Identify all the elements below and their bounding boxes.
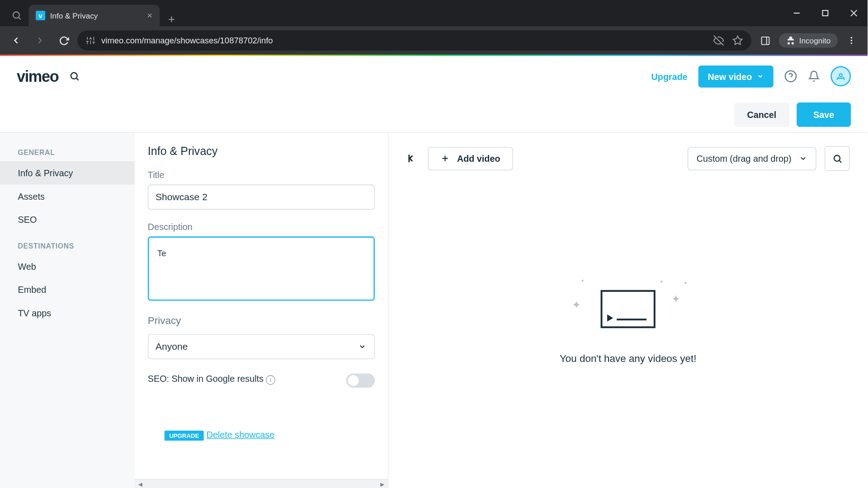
eye-off-icon[interactable] [713, 35, 724, 46]
empty-illustration: ✦ ✦ ✦ ✦ ✦ [580, 282, 676, 335]
browser-tab[interactable]: v Info & Privacy × [28, 5, 160, 26]
videos-pane: Add video Custom (drag and drop) ✦ ✦ ✦ ✦… [388, 133, 868, 488]
chevron-down-icon [757, 73, 764, 80]
tab-title: Info & Privacy [50, 11, 98, 20]
sidebar-item-assets[interactable]: Assets [0, 185, 135, 208]
sidebar-item-seo[interactable]: SEO [0, 208, 135, 231]
site-settings-icon[interactable] [86, 36, 95, 45]
back-button[interactable] [6, 30, 26, 51]
scroll-right-icon[interactable]: ► [379, 480, 385, 488]
svg-line-31 [839, 160, 841, 162]
sparkle-icon: ✦ [660, 279, 664, 284]
vimeo-logo[interactable]: vimeo [17, 67, 58, 85]
plus-icon [440, 154, 450, 163]
action-row: Cancel Save [0, 97, 868, 132]
sort-select[interactable]: Custom (drag and drop) [688, 147, 816, 170]
sidebar-item-embed[interactable]: Embed [0, 278, 135, 301]
sidebar-section-destinations: DESTINATIONS [0, 237, 135, 255]
svg-marker-16 [733, 36, 742, 45]
save-button[interactable]: Save [797, 102, 851, 127]
title-label: Title [148, 170, 375, 180]
maximize-icon[interactable] [811, 0, 839, 26]
info-icon[interactable]: i [266, 375, 275, 385]
upgrade-link[interactable]: Upgrade [651, 71, 688, 81]
side-panel-icon[interactable] [755, 30, 775, 51]
minimize-icon[interactable] [783, 0, 811, 26]
sidebar-item-tv-apps[interactable]: TV apps [0, 301, 135, 324]
chevron-down-icon [799, 154, 807, 162]
close-window-icon[interactable] [840, 0, 868, 26]
close-tab-icon[interactable]: × [147, 10, 152, 21]
new-tab-button[interactable]: + [160, 13, 183, 26]
seo-toggle[interactable] [346, 373, 375, 388]
incognito-icon [786, 36, 796, 45]
new-video-button[interactable]: New video [698, 65, 773, 87]
svg-point-19 [851, 37, 853, 39]
address-bar[interactable]: vimeo.com/manage/showcases/10878702/info [77, 30, 751, 51]
sidebar-item-web[interactable]: Web [0, 255, 135, 278]
cancel-button[interactable]: Cancel [734, 102, 789, 127]
avatar[interactable] [830, 66, 851, 86]
browser-menu-icon[interactable] [841, 30, 862, 51]
svg-point-22 [71, 73, 77, 79]
search-icon[interactable] [69, 71, 80, 82]
page-title: Info & Privacy [148, 145, 375, 158]
bookmark-star-icon[interactable] [732, 35, 743, 46]
svg-line-23 [77, 78, 79, 80]
title-input[interactable] [148, 185, 375, 210]
app-header: vimeo Upgrade New video [0, 56, 868, 97]
form-column: Info & Privacy Title Description Privacy… [135, 133, 388, 488]
svg-point-20 [851, 40, 853, 42]
reload-button[interactable] [54, 30, 74, 51]
tab-search-icon[interactable] [5, 5, 29, 26]
bell-icon[interactable] [808, 70, 820, 82]
description-textarea[interactable] [148, 236, 375, 300]
sidebar: GENERAL Info & Privacy Assets SEO DESTIN… [0, 133, 135, 488]
forward-button[interactable] [30, 30, 50, 51]
delete-showcase-link[interactable]: Delete showcase [207, 429, 275, 439]
add-video-button[interactable]: Add video [428, 147, 513, 170]
sparkle-icon: ✦ [671, 292, 680, 305]
sparkle-icon: ✦ [580, 278, 585, 283]
svg-line-1 [19, 18, 21, 19]
video-search-button[interactable] [825, 146, 849, 171]
browser-tab-strip: v Info & Privacy × + [0, 0, 868, 26]
sparkle-icon: ✦ [572, 298, 581, 311]
collapse-icon[interactable] [406, 152, 420, 165]
svg-point-21 [851, 42, 853, 44]
seo-toggle-label: SEO: Show in Google resultsi [148, 373, 275, 384]
vimeo-favicon-icon: v [36, 11, 45, 20]
sidebar-section-general: GENERAL [0, 144, 135, 162]
description-label: Description [148, 221, 375, 231]
empty-state: ✦ ✦ ✦ ✦ ✦ You don't have any videos yet! [406, 171, 850, 475]
svg-rect-17 [761, 37, 769, 44]
sparkle-icon: ✦ [684, 280, 688, 286]
svg-point-0 [13, 12, 19, 18]
svg-point-26 [839, 74, 842, 77]
scroll-left-icon[interactable]: ◄ [137, 480, 143, 488]
svg-point-30 [834, 155, 840, 161]
sidebar-item-info-privacy[interactable]: Info & Privacy [0, 161, 135, 184]
svg-rect-3 [822, 10, 828, 16]
upgrade-badge[interactable]: UPGRADE [165, 431, 204, 441]
empty-message: You don't have any videos yet! [560, 353, 696, 365]
privacy-label: Privacy [148, 315, 375, 327]
privacy-select[interactable]: Anyone [148, 334, 375, 359]
incognito-badge[interactable]: Incognito [779, 33, 838, 48]
url-text: vimeo.com/manage/showcases/10878702/info [101, 36, 273, 45]
browser-toolbar: vimeo.com/manage/showcases/10878702/info… [0, 26, 868, 55]
help-icon[interactable] [784, 70, 797, 83]
